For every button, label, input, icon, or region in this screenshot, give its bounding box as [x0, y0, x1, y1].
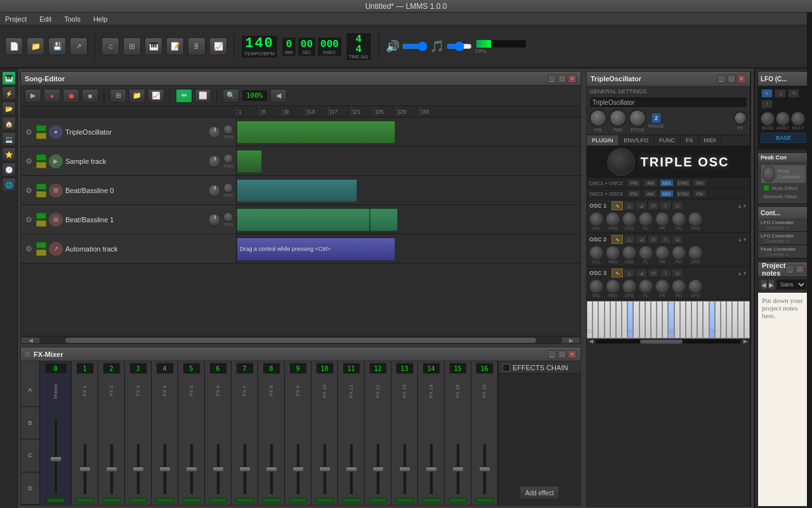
fx-fader-6[interactable]	[206, 407, 230, 497]
osc-1-po-knob[interactable]	[672, 212, 686, 226]
fx-fader-knob-5[interactable]	[186, 467, 197, 472]
peak-knob[interactable]	[763, 166, 775, 182]
scrollbar-thumb[interactable]	[65, 338, 536, 343]
play-button[interactable]: ▶	[25, 89, 41, 103]
track-name-0[interactable]: TripleOscillator	[65, 128, 206, 136]
clip-sample[interactable]	[237, 150, 262, 173]
osc-am-2-3[interactable]: AM	[643, 190, 657, 197]
add-bb-button[interactable]: ⊞	[110, 89, 126, 103]
track-pan-knob-0[interactable]	[223, 124, 233, 135]
fx-fader-master[interactable]	[41, 407, 70, 497]
menu-project[interactable]: Project	[3, 15, 29, 23]
fx-fader-2[interactable]	[100, 407, 123, 497]
lfo-base-knob[interactable]	[761, 112, 775, 126]
tab-fx[interactable]: FX	[681, 135, 699, 145]
osc-1-crs-knob[interactable]	[622, 212, 636, 226]
sidebar-recent[interactable]: 🕐	[2, 163, 16, 177]
fx-fader-knob-13[interactable]	[399, 467, 410, 472]
new-button[interactable]: 📄	[5, 37, 23, 55]
osc-2-wave-saw[interactable]: ⊿	[636, 235, 647, 244]
open-button[interactable]: 📁	[27, 37, 44, 55]
track-pan-knob-2[interactable]	[223, 183, 233, 193]
track-content-1[interactable]	[237, 147, 580, 175]
fx-fader-1[interactable]	[73, 407, 96, 497]
fx-fader-track-2[interactable]	[110, 444, 114, 495]
fx-fader-15[interactable]	[446, 407, 469, 497]
song-editor-maximize[interactable]: □	[558, 74, 566, 83]
fx-fader-track-4[interactable]	[163, 444, 167, 495]
add-automation-button[interactable]: 📈	[148, 89, 164, 103]
lfo-wave-tri[interactable]: △	[775, 89, 786, 98]
fx-fader-track-9[interactable]	[296, 444, 300, 495]
osc-1-pan-knob[interactable]	[606, 212, 620, 226]
track-mute-2[interactable]	[36, 184, 46, 190]
osc-3-fl-knob[interactable]	[639, 279, 653, 293]
triple-osc-maximize[interactable]: □	[727, 74, 736, 83]
fx-fader-knob-10[interactable]	[319, 467, 331, 472]
track-mute-1[interactable]	[36, 154, 46, 161]
fx-channel-num-1[interactable]: 1	[76, 363, 94, 374]
track-vol-knob-1[interactable]	[208, 155, 221, 168]
osc-pm-2-3[interactable]: PM	[627, 190, 641, 197]
fx-fader-5[interactable]	[180, 407, 203, 497]
osc-3-wave-sq[interactable]: ⊓	[648, 269, 659, 277]
scroll-right-btn[interactable]: ▶	[561, 337, 580, 344]
fx-fader-knob-7[interactable]	[239, 467, 251, 472]
fx-fader-track-master[interactable]	[54, 418, 58, 495]
fx-send-btn-15[interactable]	[449, 498, 467, 503]
song-editor-btn[interactable]: ♫	[102, 37, 119, 55]
save-button[interactable]: 💾	[48, 37, 66, 55]
track-gear-0[interactable]: ⚙	[23, 127, 34, 137]
time-sig-display[interactable]: 4 4 TIME SIG	[346, 32, 372, 61]
song-editor-close[interactable]: ✕	[568, 74, 577, 83]
fx-send-btn-6[interactable]	[209, 498, 227, 503]
osc-2-crs-knob[interactable]	[622, 246, 636, 260]
fx-fader-knob-2[interactable]	[106, 467, 117, 472]
fx-fader-track-1[interactable]	[83, 444, 87, 495]
fx-channel-num-0[interactable]: 0	[44, 363, 67, 374]
range-button[interactable]: 2	[652, 113, 661, 123]
controller-item-0[interactable]: LFO Controller Controller 1	[758, 218, 809, 232]
track-vol-knob-2[interactable]	[208, 184, 221, 197]
osc-2-spd-knob[interactable]	[688, 246, 702, 260]
fx-send-btn-10[interactable]	[316, 498, 334, 503]
tab-plugin[interactable]: PLUGIN	[587, 135, 619, 145]
osc-2-wave-rand[interactable]: ⌇	[660, 235, 671, 244]
project-notes-textarea[interactable]	[758, 293, 809, 506]
osc-2-wave-sine[interactable]: ∿	[612, 235, 623, 244]
project-notes-maximize[interactable]: □	[796, 265, 804, 274]
osc-2-vol-knob[interactable]	[589, 246, 603, 260]
gen-pan-knob[interactable]	[609, 109, 627, 127]
osc-3-wave-saw[interactable]: ⊿	[636, 269, 647, 277]
fx-fader-track-3[interactable]	[136, 444, 140, 495]
stop-button[interactable]: ■	[82, 89, 98, 103]
osc-1-wave-sq[interactable]: ⊓	[648, 201, 659, 210]
project-notes-btn[interactable]: 📝	[166, 37, 184, 55]
beat-bassline-btn[interactable]: ⊞	[123, 37, 141, 55]
track-gear-3[interactable]: ⚙	[23, 215, 34, 225]
lfo-mult-knob[interactable]	[791, 112, 805, 126]
sidebar-home[interactable]: 🏠	[2, 117, 16, 131]
zoom-toggle[interactable]: ◀	[270, 89, 287, 103]
track-vol-knob-3[interactable]	[208, 213, 221, 226]
osc-2-fr-knob[interactable]	[655, 246, 669, 260]
fx-fader-knob-8[interactable]	[266, 467, 277, 472]
track-pan-knob-3[interactable]	[223, 212, 233, 222]
fx-send-btn-master[interactable]	[47, 498, 65, 503]
fx-fader-4[interactable]	[153, 407, 176, 497]
osc-mix-1-2[interactable]: MIX	[660, 179, 674, 187]
track-content-4[interactable]: Drag a control while pressing <Ctrl>	[237, 234, 580, 263]
fx-fader-12[interactable]	[366, 407, 390, 497]
fx-fader-knob-14[interactable]	[426, 467, 437, 472]
osc-3-wave-tri[interactable]: △	[624, 269, 635, 277]
lfo-wave-sq[interactable]: ⊓	[788, 89, 799, 98]
fx-fader-knob-12[interactable]	[372, 467, 384, 472]
clip-beat0[interactable]	[237, 179, 357, 202]
tempo-display[interactable]: 140 TEMPO/BPM	[241, 35, 278, 58]
fx-mixer-maximize[interactable]: □	[558, 350, 566, 359]
menu-tools[interactable]: Tools	[62, 15, 83, 23]
track-name-1[interactable]: Sample track	[65, 157, 206, 165]
fx-fader-track-5[interactable]	[190, 444, 193, 495]
fx-fader-knob-11[interactable]	[346, 467, 357, 472]
osc-1-vol-knob[interactable]	[589, 212, 603, 226]
